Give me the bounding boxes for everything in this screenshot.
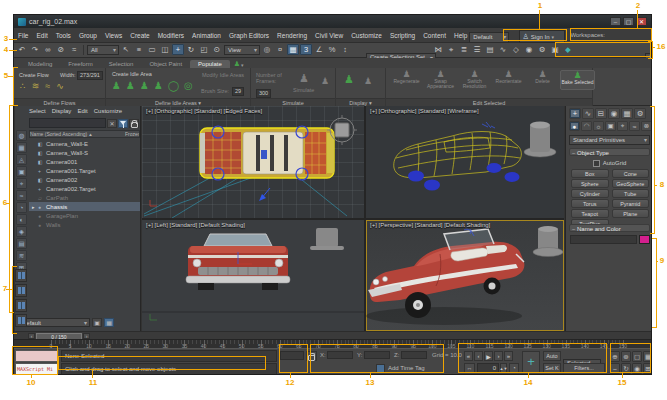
primitive-category-dropdown[interactable]: Standard Primitives <box>569 135 650 145</box>
menu-item-graph-editors[interactable]: Graph Editors <box>225 32 273 39</box>
viewport-label[interactable]: [+] [Orthographic] [Standard] [Wireframe… <box>370 108 479 114</box>
explorer-search-input[interactable] <box>29 118 106 128</box>
undo-icon[interactable]: ↶ <box>16 44 28 55</box>
explorer-row-garageplan[interactable]: ●GaragePlan <box>29 211 140 220</box>
ribbon-tab-object-paint[interactable]: Object Paint <box>141 60 190 68</box>
bind-to-space-warp-icon[interactable]: ≈ <box>68 44 80 55</box>
modify-tab-icon[interactable]: ∿ <box>582 108 594 119</box>
display-space-warps-icon[interactable]: ≈ <box>16 190 27 201</box>
explorer-row-camera001-target[interactable]: +Camera001.Target <box>29 166 140 175</box>
display-bones-icon[interactable]: ◈ <box>16 226 27 237</box>
menu-item-animation[interactable]: Animation <box>188 32 225 39</box>
menu-item-views[interactable]: Views <box>101 32 126 39</box>
delete-button[interactable]: ♟Delete <box>526 70 559 90</box>
plane-button[interactable]: Plane <box>612 209 650 218</box>
menu-item-group[interactable]: Group <box>75 32 101 39</box>
angle-snap-icon[interactable]: ∠ <box>313 44 325 55</box>
lights-category-icon[interactable]: ☼ <box>593 121 604 131</box>
display-influences-icon[interactable]: ≋ <box>16 250 27 261</box>
regenerate-button[interactable]: ♟Regenerate <box>390 70 423 90</box>
ribbon-tab-selection[interactable]: Selection <box>101 60 142 68</box>
percent-snap-icon[interactable]: % <box>326 44 338 55</box>
create-tab-icon[interactable]: + <box>569 108 581 119</box>
torus-button[interactable]: Torus <box>571 199 609 208</box>
explorer-row-chassis[interactable]: ▸●Chassis <box>29 202 140 211</box>
explorer-row-camera-wall-s[interactable]: ◧Camera_Wall-S <box>29 148 140 157</box>
menu-item-customize[interactable]: Customize <box>347 32 386 39</box>
width-field[interactable]: 273/291 <box>77 71 103 80</box>
select-object-icon[interactable]: ↖ <box>120 44 132 55</box>
color-swatch[interactable] <box>639 235 650 244</box>
spinner-snap-icon[interactable]: ↕ <box>339 44 351 55</box>
object-name-field[interactable] <box>570 235 637 244</box>
geosphere-button[interactable]: GeoSphere <box>612 179 650 188</box>
idle-area-ring-icon[interactable]: ◎ <box>184 80 193 91</box>
helpers-category-icon[interactable]: ⌖ <box>617 121 628 131</box>
cone-button[interactable]: Cone <box>612 169 650 178</box>
display-containers-icon[interactable]: ▤ <box>16 238 27 249</box>
display-helpers-icon[interactable]: ⌖ <box>16 178 27 189</box>
space-warps-category-icon[interactable]: ≈ <box>629 121 640 131</box>
title-bar[interactable]: car_rig_02.max – ▢ ✕ <box>14 15 651 28</box>
select-and-move-icon[interactable]: + <box>172 44 184 55</box>
menu-item-edit[interactable]: Edit <box>32 32 51 39</box>
cameras-category-icon[interactable]: ▣ <box>605 121 616 131</box>
curve-editor-icon[interactable]: ∿ <box>497 44 509 55</box>
clear-search-icon[interactable]: ✕ <box>107 119 117 128</box>
pyramid-button[interactable]: Pyramid <box>612 199 650 208</box>
display-person-icon[interactable]: ♟ <box>344 74 354 85</box>
cylinder-button[interactable]: Cylinder <box>571 189 609 198</box>
use-pivot-point-center-icon[interactable]: ◎ <box>261 44 273 55</box>
viewport-left[interactable]: [+] [Left] [Standard] [Default Shading] <box>142 220 364 331</box>
object-type-rollout[interactable]: Object Type <box>569 148 650 156</box>
explorer-row-carpath[interactable]: ▱CarPath <box>29 193 140 202</box>
define-flows-footer[interactable]: Define Flows <box>14 98 105 106</box>
schematic-view-icon[interactable]: ◇ <box>510 44 522 55</box>
display-geometry-icon[interactable]: ▦ <box>16 142 27 153</box>
maximize-button[interactable]: ▢ <box>623 17 634 26</box>
brush-size-field[interactable]: 29 <box>232 87 244 96</box>
menu-item-scripting[interactable]: Scripting <box>386 32 419 39</box>
toggle-scene-explorer-icon[interactable]: ☰ <box>471 44 483 55</box>
select-and-manipulate-icon[interactable]: ¤ <box>274 44 286 55</box>
explorer-options-b-icon[interactable]: ▦ <box>104 318 114 327</box>
menu-item-help[interactable]: Help <box>450 32 471 39</box>
ribbon-tab-freeform[interactable]: Freeform <box>60 60 100 68</box>
explorer-row-camera002[interactable]: ◧Camera002 <box>29 175 140 184</box>
display-cameras-icon[interactable]: ▣ <box>16 166 27 177</box>
frozen-column-header[interactable]: Frozen <box>125 131 139 137</box>
layer-manager-icon[interactable]: ≣ <box>458 44 470 55</box>
name-and-color-rollout[interactable]: Name and Color <box>569 224 650 232</box>
idle-area-circle-icon[interactable]: ◯ <box>168 80 179 91</box>
define-idle-areas-footer[interactable]: Define Idle Areas ▾ <box>106 98 250 106</box>
ribbon-tab-modeling[interactable]: Modeling <box>20 60 60 68</box>
modify-idle-areas-button[interactable]: Modify Idle Areas <box>201 72 245 78</box>
create-flow-icon[interactable]: ∴ <box>20 81 26 91</box>
frames-field[interactable]: 300 <box>256 89 271 98</box>
display-materials-icon[interactable]: ◐ <box>16 214 27 225</box>
geometry-category-icon[interactable]: ● <box>569 121 580 131</box>
align-icon[interactable]: ⌖ <box>445 44 457 55</box>
explorer-options-a-icon[interactable]: ▣ <box>92 318 102 327</box>
explorer-row-camera002-target[interactable]: +Camera002.Target <box>29 184 140 193</box>
utilities-tab-icon[interactable]: ⚙ <box>634 108 646 119</box>
select-and-link-icon[interactable]: ∞ <box>42 44 54 55</box>
explorer-menu-select[interactable]: Select <box>29 108 46 114</box>
switch-resolution-button[interactable]: ♟Switch Resolution <box>458 70 491 90</box>
autogrid-checkbox[interactable] <box>593 160 600 167</box>
bake-selected-button[interactable]: ♟Bake Selected <box>560 70 595 90</box>
viewport-label[interactable]: [+] [Left] [Standard] [Default Shading] <box>146 222 245 228</box>
idle-area-seated-icon[interactable]: ♟ <box>140 80 149 91</box>
shapes-category-icon[interactable]: ◠ <box>581 121 592 131</box>
render-setup-icon[interactable]: ⚙ <box>536 44 548 55</box>
menu-item-civil-view[interactable]: Civil View <box>311 32 347 39</box>
flow-style-c-icon[interactable]: ∿ <box>56 81 64 91</box>
snaps-toggle-icon[interactable]: 3 <box>300 44 312 55</box>
selection-filter-dropdown[interactable]: All <box>87 45 119 55</box>
explorer-row-walls[interactable]: ●Walls <box>29 220 140 229</box>
explorer-row-camera-wall-e[interactable]: ◧Camera_Wall-E <box>29 139 140 148</box>
filter-icon[interactable] <box>118 119 128 128</box>
create-idle-area-label[interactable]: Create Idle Area <box>112 71 152 77</box>
toggle-ribbon-icon[interactable]: ▤ <box>484 44 496 55</box>
sphere-button[interactable]: Sphere <box>571 179 609 188</box>
